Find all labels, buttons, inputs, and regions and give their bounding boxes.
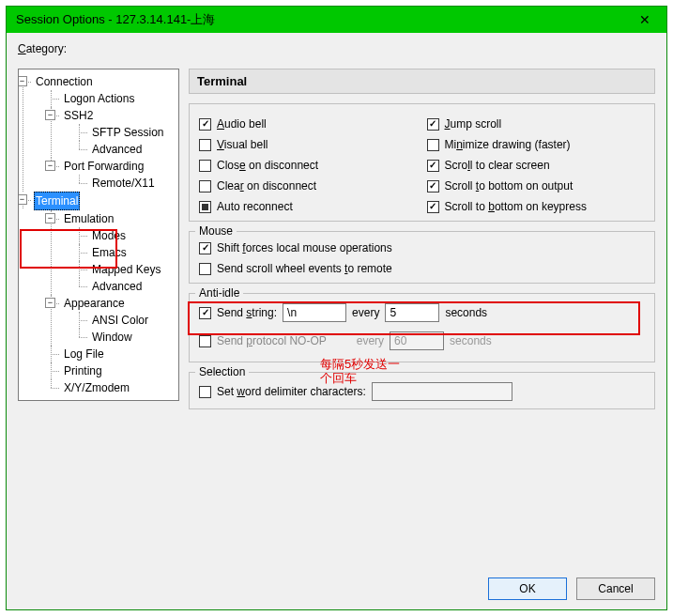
tree-modes[interactable]: Modes [90,227,128,244]
noop-interval-input [390,331,444,350]
expand-icon[interactable]: − [45,161,55,171]
tree-printing[interactable]: Printing [62,362,104,379]
anti-idle-legend: Anti-idle [195,286,243,300]
tree-ansi-color[interactable]: ANSI Color [90,312,150,329]
tree-appearance[interactable]: Appearance [62,295,127,312]
noop-checkbox[interactable]: Send protocol NO-OP [199,334,327,347]
titlebar: Session Options - 127.3.14.141-上海 ✕ [7,7,666,33]
clear-disconnect-checkbox[interactable]: Clear on disconnect [199,179,418,192]
tree-terminal[interactable]: Terminal [34,192,80,210]
close-icon: ✕ [639,12,650,27]
word-delim-input [372,382,512,401]
min-drawing-checkbox[interactable]: Minimize drawing (faster) [427,138,646,151]
scroll-bottom-output-checkbox[interactable]: Scroll to bottom on output [427,179,646,192]
tree-ssh-advanced[interactable]: Advanced [90,141,144,158]
scroll-bottom-keypress-checkbox[interactable]: Scroll to bottom on keypress [427,200,646,213]
every-label-1: every [352,306,379,319]
send-scroll-checkbox[interactable]: Send scroll wheel events to remote [199,262,645,275]
close-button[interactable]: ✕ [625,7,665,33]
selection-legend: Selection [195,365,249,378]
expand-icon[interactable]: − [45,110,55,120]
visual-bell-checkbox[interactable]: Visual bell [199,138,418,151]
panel-header: Terminal [189,69,655,94]
category-label: Category: [18,42,67,55]
tree-logon-actions[interactable]: Logon Actions [62,90,136,107]
expand-icon[interactable]: − [18,76,27,86]
tree-emulation[interactable]: Emulation [62,210,115,227]
tree-em-advanced[interactable]: Advanced [90,278,144,295]
auto-reconnect-checkbox[interactable]: Auto reconnect [199,200,418,213]
dialog-buttons: OK Cancel [7,572,666,609]
tree-ssh2[interactable]: SSH2 [62,107,95,124]
every-label-2: every [357,334,384,347]
expand-icon[interactable]: − [45,298,55,308]
settings-panel: Terminal Audio bell Visual bell Close on… [189,69,655,561]
window-title: Session Options - 127.3.14.141-上海 [16,11,625,28]
interval-input[interactable] [385,303,439,322]
tree-window[interactable]: Window [90,329,134,346]
tree-emacs[interactable]: Emacs [90,244,129,261]
tree-log-file[interactable]: Log File [62,346,106,362]
tree-mapped-keys[interactable]: Mapped Keys [90,261,162,278]
selection-group: Selection Set word delimiter characters: [189,372,655,409]
close-disconnect-checkbox[interactable]: Close on disconnect [199,159,418,172]
word-delim-checkbox[interactable]: Set word delimiter characters: [199,385,366,398]
tree-xyz[interactable]: X/Y/Zmodem [62,379,131,396]
category-tree[interactable]: −Connection Logon Actions −SSH2 SFTP Ses… [18,69,179,401]
anti-idle-group: Anti-idle Send string: every seconds Sen… [189,293,655,362]
mouse-group: Mouse Shift forces local mouse operation… [189,231,655,284]
expand-icon[interactable]: − [45,213,55,223]
seconds-label-1: seconds [445,306,487,319]
cancel-button[interactable]: Cancel [576,578,655,600]
mouse-legend: Mouse [195,224,237,238]
audio-bell-checkbox[interactable]: Audio bell [199,117,418,131]
dialog-window: Session Options - 127.3.14.141-上海 ✕ Cate… [6,6,667,610]
shift-local-checkbox[interactable]: Shift forces local mouse operations [199,241,645,254]
ok-button[interactable]: OK [488,578,567,600]
expand-icon[interactable]: − [18,194,27,205]
tree-port-forwarding[interactable]: Port Forwarding [62,158,145,175]
tree-panel: −Connection Logon Actions −SSH2 SFTP Ses… [18,69,179,561]
tree-connection[interactable]: Connection [34,73,95,90]
scroll-clear-checkbox[interactable]: Scroll to clear screen [427,159,646,172]
tree-remote-x11[interactable]: Remote/X11 [90,175,157,192]
terminal-group: Audio bell Visual bell Close on disconne… [189,103,655,222]
jump-scroll-checkbox[interactable]: Jump scroll [427,117,646,131]
send-string-checkbox[interactable]: Send string: [199,306,277,319]
send-string-input[interactable] [283,303,346,322]
tree-sftp-session[interactable]: SFTP Session [90,124,165,141]
seconds-label-2: seconds [450,334,492,347]
